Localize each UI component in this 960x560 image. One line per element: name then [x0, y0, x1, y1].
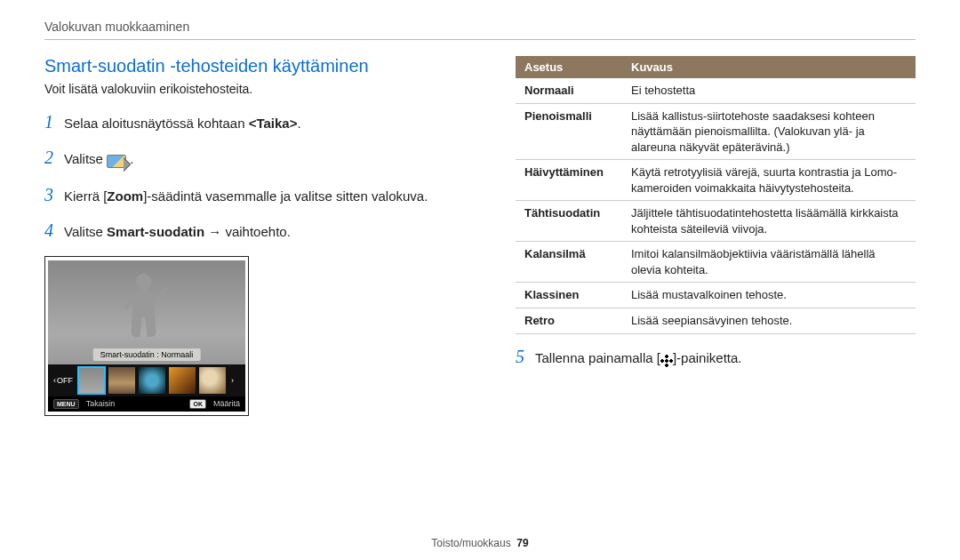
off-label: OFF [57, 376, 73, 385]
option-name: Klassinen [516, 283, 622, 308]
filter-filmstrip: ‹ OFF › [48, 364, 245, 396]
filmstrip-nav-left: ‹ OFF [52, 376, 75, 385]
lcd-filter-label: Smart-suodatin : Normaali [93, 348, 201, 361]
table-row: PienoismalliLisää kallistus-siirtotehost… [516, 103, 916, 160]
step-text: . [297, 116, 300, 131]
step-number: 5 [516, 347, 535, 367]
table-row: KalansilmäImitoi kalansilmäobjektiivia v… [516, 242, 916, 283]
step-text: ]-painiketta. [673, 350, 742, 365]
table-row: TähtisuodatinJäljittele tähtisuodatinteh… [516, 201, 916, 242]
lcd-footer: MENU Takaisin OK Määritä [48, 396, 245, 412]
filter-thumbnail-miniature [108, 367, 135, 394]
step-1: 1 Selaa aloitusnäytössä kohtaan <Taika>. [44, 108, 480, 135]
option-name: Pienoismalli [516, 103, 622, 160]
left-column: Smart-suodatin -tehosteiden käyttäminen … [44, 56, 480, 416]
step-text: ]-säädintä vasemmalle ja valitse sitten … [143, 188, 428, 204]
step-strong: Zoom [107, 188, 143, 204]
step-5: 5 Tallenna painamalla []-painiketta. [516, 347, 916, 368]
step-3: 3 Kierrä [Zoom]-säädintä vasemmalle ja v… [44, 181, 480, 208]
option-name: Kalansilmä [516, 242, 622, 283]
table-row: NormaaliEi tehostetta [516, 78, 916, 103]
step-number: 4 [44, 217, 64, 244]
step-number: 3 [44, 181, 64, 208]
chevron-left-icon: ‹ [53, 376, 56, 385]
menu-key-icon: MENU [53, 399, 79, 409]
back-label: Takaisin [86, 399, 116, 408]
step-2: 2 Valitse . [44, 144, 480, 172]
filter-thumbnail-fisheye [199, 367, 226, 394]
edit-photo-icon [107, 152, 126, 172]
option-description: Lisää kallistus-siirtotehoste saadaksesi… [622, 103, 916, 160]
step-text: Valitse [64, 151, 107, 166]
lcd-preview: Smart-suodatin : Normaali [48, 260, 245, 364]
page-footer: Toisto/muokkaus 79 [0, 537, 960, 549]
step-number: 2 [44, 144, 64, 171]
table-header-description: Kuvaus [622, 56, 916, 78]
section-subtitle: Voit lisätä valokuviin erikoistehosteita… [44, 82, 480, 96]
table-row: HäivyttäminenKäytä retrotyylisiä värejä,… [516, 160, 916, 201]
section-heading: Smart-suodatin -tehosteiden käyttäminen [44, 56, 480, 76]
svg-point-0 [136, 274, 152, 290]
option-description: Ei tehostetta [622, 78, 916, 103]
option-name: Normaali [516, 78, 622, 103]
step-text: Valitse [64, 224, 107, 239]
option-name: Retro [516, 308, 622, 334]
ok-key-icon: OK [189, 399, 206, 409]
right-column: Asetus Kuvaus NormaaliEi tehostettaPieno… [516, 56, 916, 416]
table-row: KlassinenLisää mustavalkoinen tehoste. [516, 283, 916, 308]
option-description: Lisää mustavalkoinen tehoste. [622, 283, 916, 308]
step-strong: Smart-suodatin [107, 224, 204, 239]
step-number: 1 [44, 108, 64, 135]
step-4: 4 Valitse Smart-suodatin → vaihtoehto. [44, 217, 480, 244]
camera-lcd-screenshot: Smart-suodatin : Normaali ‹ OFF [44, 256, 249, 416]
table-header-setting: Asetus [516, 56, 622, 78]
step-text: Kierrä [ [64, 188, 107, 204]
step-strong: <Taika> [249, 116, 298, 131]
option-description: Käytä retrotyylisiä värejä, suurta kontr… [622, 160, 916, 201]
confirm-label: Määritä [213, 399, 240, 408]
table-row: RetroLisää seepiansävyinen tehoste. [516, 308, 916, 334]
person-silhouette-icon [113, 269, 175, 345]
filmstrip-nav-right: › [229, 376, 236, 385]
step-text: → vaihtoehto. [204, 224, 291, 239]
option-description: Imitoi kalansilmäobjektiivia vääristämäl… [622, 242, 916, 283]
step-text: Tallenna painamalla [ [535, 350, 660, 365]
filter-thumbnail-vignette [139, 367, 165, 394]
option-description: Jäljittele tähtisuodatintehostetta lisää… [622, 201, 916, 242]
option-name: Häivyttäminen [516, 160, 622, 201]
filter-thumbnail-cross [169, 367, 196, 394]
step-text: Selaa aloitusnäytössä kohtaan [64, 116, 249, 131]
options-table: Asetus Kuvaus NormaaliEi tehostettaPieno… [516, 56, 916, 334]
macro-flower-icon [660, 353, 673, 368]
option-name: Tähtisuodatin [516, 201, 622, 242]
option-description: Lisää seepiansävyinen tehoste. [622, 308, 916, 334]
filter-thumbnail-normal [78, 367, 105, 394]
chevron-right-icon: › [231, 376, 234, 385]
breadcrumb: Valokuvan muokkaaminen [44, 20, 916, 40]
